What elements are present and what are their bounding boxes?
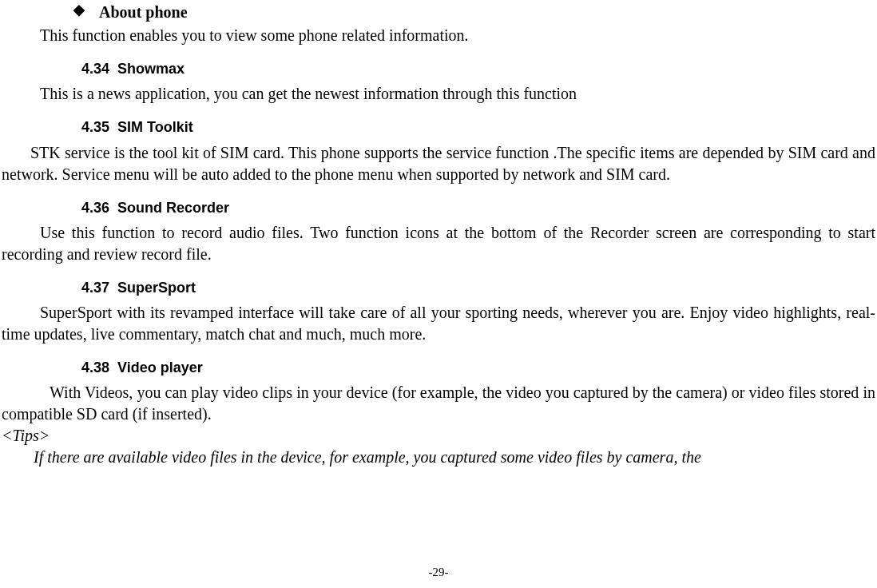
heading-number: 4.37 — [81, 280, 109, 296]
heading-title: Video player — [117, 360, 203, 375]
heading-number: 4.34 — [81, 61, 109, 77]
body-436: Use this function to record audio files.… — [2, 222, 875, 265]
heading-title: SIM Toolkit — [117, 119, 193, 135]
heading-title: SuperSport — [117, 280, 196, 296]
heading-title: Showmax — [117, 61, 185, 77]
heading-434: 4.34Showmax — [81, 59, 875, 78]
tips-label: <Tips> — [2, 425, 875, 447]
heading-438: 4.38Video player — [81, 358, 875, 377]
heading-number: 4.36 — [81, 200, 109, 216]
diamond-bullet-icon: ◆ — [73, 2, 85, 19]
document-page: ◆ About phone This function enables you … — [0, 0, 877, 468]
heading-435: 4.35SIM Toolkit — [81, 117, 875, 137]
heading-title: Sound Recorder — [117, 200, 229, 216]
heading-437: 4.37SuperSport — [81, 278, 875, 297]
heading-number: 4.38 — [81, 360, 109, 375]
heading-436: 4.36Sound Recorder — [81, 198, 875, 217]
body-437: SuperSport with its revamped interface w… — [2, 302, 875, 345]
intro-paragraph: This function enables you to view some p… — [40, 25, 875, 46]
page-number: -29- — [0, 564, 877, 580]
body-438: With Videos, you can play video clips in… — [2, 382, 875, 425]
tips-body: If there are available video files in th… — [2, 447, 875, 468]
bullet-label: About phone — [99, 2, 188, 23]
heading-number: 4.35 — [81, 119, 109, 135]
bullet-about-phone: ◆ About phone — [73, 0, 875, 23]
body-435: STK service is the tool kit of SIM card.… — [2, 142, 875, 185]
body-434: This is a news application, you can get … — [40, 83, 875, 105]
